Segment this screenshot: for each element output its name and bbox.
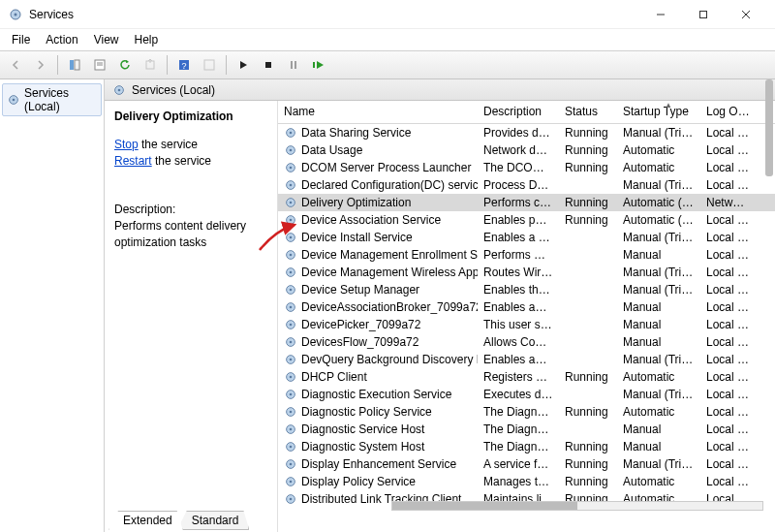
service-row[interactable]: Device Association ServiceEnables pairi.… (278, 211, 775, 229)
service-name: Data Sharing Service (301, 126, 411, 140)
tree-root-item[interactable]: Services (Local) (2, 83, 102, 116)
cell-description: The Diagnos... (478, 422, 559, 436)
service-row[interactable]: Device Install ServiceEnables a co...Man… (278, 229, 775, 246)
column-headers: Name Description Status Startup Type Log… (278, 101, 775, 124)
cell-startup: Automatic (Tri... (617, 213, 700, 227)
action-sheet-button[interactable] (198, 53, 221, 77)
start-service-button[interactable] (232, 53, 255, 77)
service-row[interactable]: Diagnostic Policy ServiceThe Diagnos...R… (278, 403, 775, 421)
column-logon[interactable]: Log On As (700, 101, 757, 123)
minimize-button[interactable] (639, 1, 682, 28)
service-name: DevQuery Background Discovery Broker (301, 353, 478, 366)
service-name: DCOM Server Process Launcher (301, 161, 471, 174)
service-name: Diagnostic Policy Service (301, 405, 432, 419)
service-row[interactable]: DevicePicker_7099a72This user ser...Manu… (278, 316, 775, 333)
stop-link[interactable]: Stop (114, 138, 139, 151)
cell-name: DeviceAssociationBroker_7099a72 (278, 300, 478, 314)
menu-file[interactable]: File (4, 31, 38, 48)
svg-point-26 (290, 149, 293, 152)
svg-point-38 (290, 254, 293, 257)
cell-startup: Manual (617, 440, 700, 454)
scrollbar-thumb[interactable] (392, 502, 577, 510)
service-row[interactable]: DeviceAssociationBroker_7099a72Enables a… (278, 298, 775, 316)
service-row[interactable]: Device Management Enrollment ServicePerf… (278, 246, 775, 264)
svg-point-54 (290, 393, 293, 396)
service-row[interactable]: Display Enhancement ServiceA service for… (278, 455, 775, 473)
tab-standard[interactable]: Standard (177, 511, 250, 530)
vertical-scrollbar[interactable] (765, 79, 773, 176)
cell-logon: Local Syster (700, 178, 757, 192)
stop-service-button[interactable] (257, 53, 280, 77)
cell-logon: Local Servic (700, 143, 757, 157)
toolbar-separator (167, 55, 168, 75)
service-row[interactable]: Display Policy ServiceManages th...Runni… (278, 473, 775, 490)
back-button[interactable] (4, 53, 27, 77)
menu-action[interactable]: Action (38, 31, 85, 48)
cell-startup: Manual (617, 335, 700, 349)
cell-startup: Automatic (617, 370, 700, 384)
sort-indicator-icon: ▲ (665, 101, 672, 110)
cell-description: Performs co... (478, 196, 559, 209)
cell-description: Registers an... (478, 370, 559, 384)
restart-service-button[interactable] (307, 53, 330, 77)
detail-description-text: Performs content delivery optimization t… (114, 218, 267, 251)
svg-point-36 (290, 236, 293, 239)
gear-icon (284, 161, 297, 174)
cell-description: Enables pairi... (478, 213, 559, 227)
service-row[interactable]: Device Management Wireless Applicati...R… (278, 264, 775, 281)
cell-name: Delivery Optimization (278, 196, 478, 209)
show-hide-tree-button[interactable] (63, 53, 86, 77)
help-button[interactable]: ? (172, 53, 196, 77)
tab-extended[interactable]: Extended (108, 511, 183, 530)
service-row[interactable]: DCOM Server Process LauncherThe DCOML...… (278, 159, 775, 176)
service-name: Delivery Optimization (301, 196, 411, 209)
export-button[interactable] (139, 53, 162, 77)
pause-service-button[interactable] (282, 53, 305, 77)
forward-button[interactable] (29, 53, 52, 77)
cell-description: Allows Conn... (478, 335, 559, 349)
maximize-button[interactable] (682, 1, 725, 28)
content-header-label: Services (Local) (132, 83, 215, 97)
restart-link[interactable]: Restart (114, 154, 152, 168)
menu-help[interactable]: Help (127, 31, 167, 48)
view-tabs: Extended Standard (114, 511, 249, 530)
service-name: Device Association Service (301, 213, 441, 227)
service-row[interactable]: DHCP ClientRegisters an...RunningAutomat… (278, 368, 775, 386)
cell-description: Enables app... (478, 300, 559, 314)
cell-name: Data Sharing Service (278, 126, 478, 140)
cell-description: Executes dia... (478, 388, 559, 401)
column-name[interactable]: Name (278, 101, 478, 123)
service-row[interactable]: Declared Configuration(DC) serviceProces… (278, 176, 775, 194)
gear-icon (284, 457, 297, 471)
cell-status: Running (559, 213, 617, 227)
service-row[interactable]: Data Sharing ServiceProvides dat...Runni… (278, 124, 775, 141)
svg-point-1 (15, 13, 17, 16)
detail-title: Delivery Optimization (114, 109, 267, 125)
refresh-button[interactable] (113, 53, 137, 77)
horizontal-scrollbar[interactable] (391, 501, 763, 511)
properties-button[interactable] (88, 53, 111, 77)
cell-logon: Local Servic (700, 405, 757, 419)
cell-logon: Local Syster (700, 248, 757, 262)
column-startup[interactable]: Startup Type (617, 101, 700, 123)
close-button[interactable] (725, 1, 767, 28)
cell-logon: Local Servic (700, 370, 757, 384)
toolbar-separator (57, 55, 58, 75)
menu-view[interactable]: View (86, 31, 127, 48)
gear-icon (284, 196, 297, 209)
cell-startup: Manual (Trigg... (617, 178, 700, 192)
gear-icon (284, 248, 297, 262)
service-row[interactable]: Delivery OptimizationPerforms co...Runni… (278, 194, 775, 211)
service-row[interactable]: DevicesFlow_7099a72Allows Conn...ManualL… (278, 333, 775, 351)
service-row[interactable]: Diagnostic Service HostThe Diagnos...Man… (278, 421, 775, 438)
column-status[interactable]: Status (559, 101, 617, 123)
svg-point-50 (290, 359, 293, 361)
gear-icon (284, 492, 297, 506)
service-row[interactable]: Diagnostic System HostThe Diagnos...Runn… (278, 438, 775, 455)
service-row[interactable]: Data UsageNetwork dat...RunningAutomatic… (278, 141, 775, 159)
service-row[interactable]: DevQuery Background Discovery BrokerEnab… (278, 351, 775, 368)
service-row[interactable]: Diagnostic Execution ServiceExecutes dia… (278, 386, 775, 403)
service-name: Declared Configuration(DC) service (301, 178, 478, 192)
service-row[interactable]: Device Setup ManagerEnables the ...Manua… (278, 281, 775, 298)
column-description[interactable]: Description (478, 101, 559, 123)
